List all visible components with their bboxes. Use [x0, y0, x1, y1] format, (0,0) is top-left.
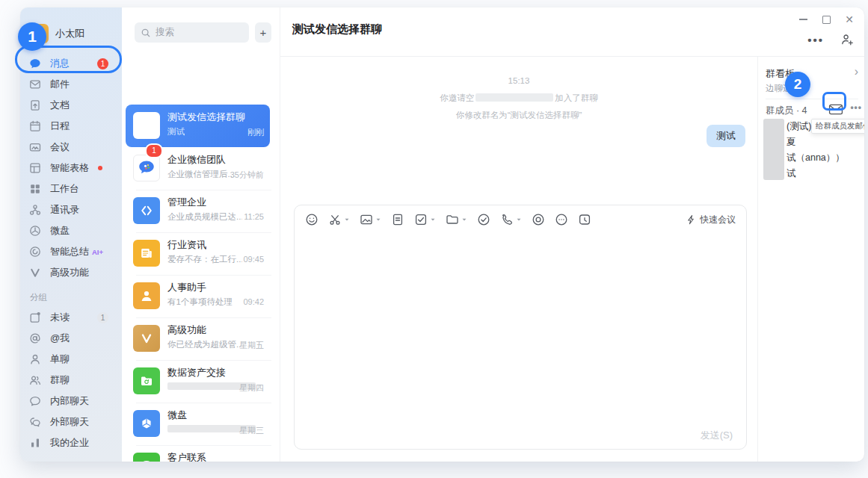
member-item[interactable]: 试（anna）） — [787, 150, 845, 166]
scheduled-message-button[interactable] — [578, 213, 591, 226]
sidebar-item-smart-sheet[interactable]: 智能表格 — [20, 158, 122, 179]
sidebar-item-smart-summary[interactable]: 智能总结 AI+ — [20, 241, 122, 262]
chat-preview: 测试 — [167, 126, 185, 137]
chat-header: 测试发信选择群聊 ✕ ••• — [280, 7, 864, 57]
sidebar-item-external-chats[interactable]: 外部聊天 — [20, 412, 122, 432]
send-button[interactable]: 发送(S) — [701, 429, 733, 442]
sidebar-item-my-company[interactable]: 我的企业 — [20, 432, 122, 453]
sidebar-item-mail[interactable]: 邮件 — [20, 74, 122, 95]
sidebar-item-label: 工作台 — [50, 182, 79, 196]
sidebar-item-docs[interactable]: 文档 — [20, 95, 122, 116]
chat-preview: 企业成员规模已达... — [167, 211, 242, 223]
sidebar-item-wedrive[interactable]: 微盘 — [20, 220, 122, 241]
sidebar-item-meetings[interactable]: 会议 — [20, 137, 122, 158]
message-area[interactable]: 15:13 你邀请空加入了群聊 你修改群名为“测试发信选择群聊” 测试 — [280, 57, 757, 462]
drive-icon — [29, 225, 41, 237]
table-icon — [29, 162, 41, 174]
sidebar-item-workbench[interactable]: 工作台 — [20, 179, 122, 199]
group-info-panel: 群看板 › 边聊边看工 群成员 · 4 ••• 给群成员发邮件 (测试) 夏 试… — [757, 57, 864, 462]
screenshot-button[interactable] — [328, 213, 350, 226]
sidebar-item-mentions[interactable]: @我 — [20, 328, 122, 349]
chat-item-test-group[interactable]: 测试发信选择群聊 测试 刚刚 — [126, 105, 270, 147]
chat-item-customer-contact[interactable]: 客户联系 企业联系客户统计 ... 11/11 — [126, 445, 270, 462]
record-button[interactable] — [532, 213, 545, 226]
more-tools-button[interactable] — [555, 213, 568, 226]
members-more-icon[interactable]: ••• — [850, 102, 862, 113]
v-logo-icon — [29, 267, 41, 279]
chat-title: 微盘 — [167, 409, 187, 422]
annotation-box-mail-members — [822, 92, 846, 111]
more-icon[interactable]: ••• — [807, 34, 824, 46]
close-button[interactable]: ✕ — [844, 14, 855, 25]
ai-plus-tag: AI+ — [92, 248, 103, 256]
image-button[interactable] — [360, 213, 381, 226]
sidebar-item-label: 高级功能 — [50, 266, 89, 279]
chat-title: 人事助手 — [167, 281, 206, 294]
call-button[interactable] — [500, 213, 522, 226]
chat-item-hr-assistant[interactable]: 人事助手 有1个事项待处理 09:42 — [126, 275, 270, 317]
chat-item-data-handover[interactable]: 数据资产交接 星期四 — [126, 360, 270, 403]
calendar-icon — [29, 120, 41, 132]
document-icon — [29, 99, 41, 111]
chat-time: 星期三 — [239, 425, 264, 436]
sidebar-item-label: 微盘 — [50, 224, 70, 238]
emoji-button[interactable] — [305, 213, 318, 226]
sidebar-item-label: 日程 — [50, 120, 70, 133]
chat-title: 测试发信选择群聊 — [167, 111, 245, 124]
content-area: 测试发信选择群聊 ✕ ••• 15:13 你邀请空加入了群聊 你修改群名为“测试 — [280, 7, 864, 462]
chat-item-wedrive[interactable]: 微盘 星期三 — [126, 403, 270, 445]
chat-list[interactable]: 测试发信选择群聊 测试 刚刚 1 企业微信团队 企业微信管理后... 35分钟前… — [122, 56, 280, 462]
wedrive-avatar — [133, 410, 160, 437]
todo-button[interactable] — [414, 213, 436, 226]
folder-button[interactable] — [446, 213, 467, 226]
sidebar-item-internal-chats[interactable]: 内部聊天 — [20, 391, 122, 412]
chat-item-industry-news[interactable]: 行业资讯 爱存不存：在工行... 09:45 — [126, 232, 270, 275]
sidebar-item-label: @我 — [50, 332, 70, 345]
new-chat-button[interactable]: + — [255, 22, 271, 43]
composer: 快速会议 发送(S) — [294, 205, 747, 450]
search-input[interactable]: 搜索 — [135, 22, 249, 43]
sidebar-item-label: 邮件 — [50, 78, 70, 91]
minimize-button[interactable] — [798, 14, 808, 25]
chat-time: 09:42 — [243, 297, 264, 306]
file-button[interactable] — [391, 213, 404, 226]
caret-down-icon — [461, 217, 467, 223]
sidebar-item-advanced[interactable]: 高级功能 — [20, 262, 122, 283]
user-name: 小太阳 — [55, 27, 84, 40]
search-placeholder: 搜索 — [156, 26, 174, 39]
quick-meeting-button[interactable]: 快速会议 — [686, 214, 736, 226]
maximize-button[interactable] — [821, 14, 831, 25]
chat-item-wecom-team[interactable]: 1 企业微信团队 企业微信管理后... 35分钟前 — [126, 147, 270, 190]
sidebar-item-group-chats[interactable]: 群聊 — [20, 370, 122, 391]
content-body: 15:13 你邀请空加入了群聊 你修改群名为“测试发信选择群聊” 测试 — [280, 57, 864, 462]
at-icon — [29, 332, 41, 344]
meeting-icon — [29, 141, 41, 153]
chat-item-advanced-features[interactable]: 高级功能 你已经成为超级管... 星期五 — [126, 317, 270, 360]
member-item[interactable]: 夏 — [787, 134, 845, 150]
member-item[interactable]: 试 — [787, 166, 845, 181]
sidebar-item-contacts[interactable]: 通讯录 — [20, 199, 122, 220]
chat-preview: 你已经成为超级管... — [167, 339, 242, 350]
wecom-logo-avatar — [133, 155, 160, 181]
sidebar-item-label: 未读 — [50, 311, 70, 324]
sidebar: 小太阳 消息 1 邮件 文档 日程 — [20, 7, 122, 462]
sidebar-item-label: 外部聊天 — [50, 415, 89, 429]
notification-dot — [98, 166, 102, 170]
window-controls: ✕ — [798, 14, 855, 25]
chat-time: 星期五 — [239, 340, 264, 351]
chat-time: 刚刚 — [247, 127, 264, 138]
chat-preview: 有1个事项待处理 — [167, 297, 233, 308]
chat-item-manage-company[interactable]: 管理企业 企业成员规模已达... 11:25 — [126, 190, 270, 232]
system-message-rename: 你修改群名为“测试发信选择群聊” — [280, 110, 757, 121]
message-timestamp: 15:13 — [280, 76, 757, 85]
group-chat-avatar — [133, 112, 160, 139]
sidebar-item-calendar[interactable]: 日程 — [20, 116, 122, 137]
message-input[interactable] — [298, 238, 743, 425]
approval-button[interactable] — [477, 213, 490, 226]
org-tree-icon — [29, 204, 41, 216]
chevron-right-icon[interactable]: › — [855, 66, 858, 78]
lightning-icon — [686, 214, 696, 225]
sidebar-item-direct-chats[interactable]: 单聊 — [20, 349, 122, 370]
add-member-icon[interactable] — [840, 33, 854, 46]
sidebar-item-unread[interactable]: 未读 1 — [20, 307, 122, 328]
